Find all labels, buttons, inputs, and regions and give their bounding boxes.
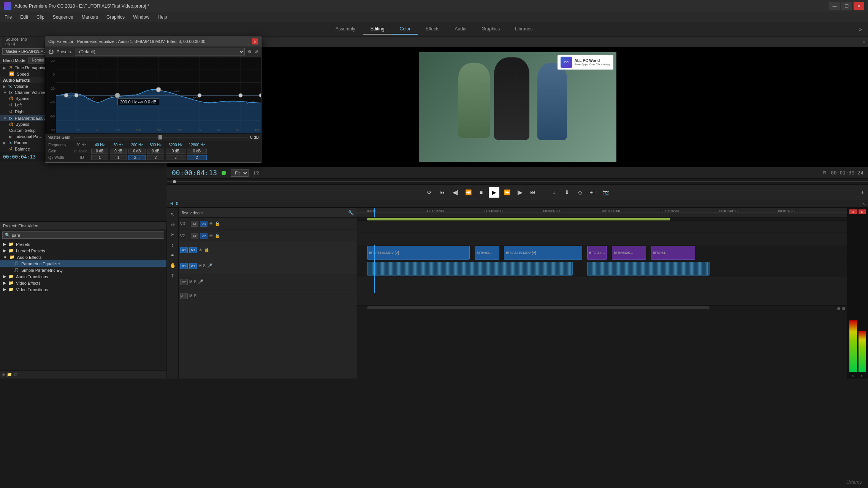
step-fwd-button[interactable]: |▶ [515, 187, 525, 198]
playback-scrubber[interactable] [167, 178, 868, 184]
playback-timecode[interactable]: 00:00:04:13 [172, 169, 217, 177]
v2-eye-icon[interactable]: 👁 [209, 234, 213, 238]
stop-button[interactable]: ■ [476, 187, 486, 198]
v1-lock-icon[interactable]: 🔒 [204, 247, 209, 252]
v1-clip-5[interactable]: BF9A6425… [612, 246, 646, 260]
maximize-button[interactable]: ❐ [841, 2, 852, 10]
tree-item-simple-eq[interactable]: 🎵 Simple Parametric EQ [0, 267, 166, 273]
tree-item-parametric-eq[interactable]: 🎵 Parametric Equalizer [0, 260, 166, 267]
q-4[interactable]: 2 [147, 155, 164, 160]
add-track-button[interactable]: + [861, 189, 864, 196]
v3-lock-icon[interactable]: 🔒 [215, 221, 220, 226]
gain-200[interactable]: 0 dB [128, 149, 146, 154]
scroll-right-icon[interactable] [837, 306, 845, 311]
gain-40[interactable]: 0 dB [91, 149, 108, 154]
master-gain-slider[interactable] [158, 135, 162, 139]
v1-target-button[interactable]: V1 [189, 247, 197, 253]
gain-800[interactable]: 0 dB [147, 149, 164, 154]
a1-patch-button[interactable]: A1 [180, 263, 188, 269]
fast-forward-button[interactable]: ⏩ [502, 187, 512, 198]
window-controls[interactable]: — ❐ ✕ [829, 2, 864, 10]
a2-mic-icon[interactable]: 🎤 [198, 279, 203, 284]
panel-menu-icon[interactable]: ≡ [2, 372, 5, 377]
q-2[interactable]: 1 [110, 155, 127, 160]
v1-eye-icon[interactable]: 👁 [198, 248, 203, 252]
a1-m-button[interactable]: M [198, 264, 201, 268]
a3-s-button[interactable]: S [194, 294, 196, 298]
new-item-icon[interactable]: □ [14, 372, 17, 377]
add-to-seq-button[interactable]: +□ [588, 187, 598, 198]
tree-item-audio-effects[interactable]: ▼ 📁 Audio Effects [0, 254, 166, 260]
more-workspaces-icon[interactable]: » [859, 26, 862, 32]
menu-sequence[interactable]: Sequence [51, 14, 75, 21]
a1-target-button[interactable]: A1 [189, 263, 197, 269]
tab-assembly[interactable]: Assembly [328, 24, 363, 35]
hand-tool[interactable]: ✋ [168, 261, 177, 270]
v1-clip-6[interactable]: BF9A64… [651, 246, 695, 260]
rate-stretch-tool[interactable]: ↕ [168, 240, 177, 249]
menu-graphics[interactable]: Graphics [105, 14, 126, 21]
overwrite-button[interactable]: ⬇ [562, 187, 572, 198]
eq-power-button[interactable]: ⏻ [48, 49, 54, 55]
search-input[interactable] [12, 233, 57, 238]
menu-clip[interactable]: Clip [35, 14, 46, 21]
fwd-to-out-button[interactable]: ⏭ [527, 187, 538, 198]
razor-tool[interactable]: ✂ [168, 230, 177, 239]
timeline-settings-icon[interactable]: 🔧 [348, 210, 354, 215]
insert-button[interactable]: ↓ [549, 187, 559, 198]
minimize-button[interactable]: — [829, 2, 840, 10]
v2-lock-icon[interactable]: 🔒 [215, 233, 220, 238]
ripple-edit-tool[interactable]: ⇔ [168, 220, 177, 229]
v1-patch-button[interactable]: V1 [180, 247, 188, 253]
tab-effects[interactable]: Effects [418, 24, 447, 35]
play-button[interactable]: ▶ [489, 187, 499, 198]
eq-close-button[interactable]: ✕ [252, 38, 258, 44]
add-marker-button[interactable]: ◇ [575, 187, 585, 198]
pen-tool[interactable]: ✒ [168, 250, 177, 260]
q-6[interactable]: 2 [187, 155, 207, 160]
a1-clip-2[interactable] [587, 262, 710, 276]
h-scrollbar-thumb[interactable] [367, 306, 710, 309]
a2-m-button[interactable]: M [189, 280, 192, 284]
v1-clip-1[interactable]: BF9A6419.MOV [V] [367, 246, 470, 260]
v1-clip-3[interactable]: BF9A6419.MOV [V] [504, 246, 582, 260]
a3-m-button[interactable]: M [189, 294, 192, 298]
step-back-button[interactable]: ◀| [450, 187, 461, 198]
a2-s-button[interactable]: S [194, 280, 196, 284]
v2-sync[interactable]: V2 [200, 233, 207, 239]
v3-sync[interactable]: V3 [200, 221, 207, 227]
preset-selector[interactable]: (Default) [75, 48, 245, 55]
selection-tool[interactable]: ↖ [168, 209, 177, 219]
export-frame-button[interactable]: 📷 [600, 187, 611, 198]
tab-color[interactable]: Color [392, 24, 418, 35]
tab-libraries[interactable]: Libraries [507, 24, 540, 35]
menu-file[interactable]: File [3, 14, 13, 21]
back-to-in-button[interactable]: ⏮ [437, 187, 448, 198]
tree-item-lumetri[interactable]: ▶ 📁 Lumetri Presets [0, 247, 166, 254]
gain-3200[interactable]: 0 dB [166, 149, 185, 154]
scrubber-handle[interactable] [173, 180, 176, 183]
tree-item-audio-transitions[interactable]: ▶ 📁 Audio Transitions [0, 273, 166, 280]
program-menu-icon[interactable]: ≡ [863, 40, 865, 44]
work-area-indicator[interactable] [367, 218, 671, 220]
menu-markers[interactable]: Markers [80, 14, 100, 21]
a1-clip-1[interactable] [367, 262, 573, 276]
tab-audio[interactable]: Audio [447, 24, 474, 35]
tab-graphics[interactable]: Graphics [474, 24, 507, 35]
v1-clip-2[interactable]: BF9A64… [475, 246, 499, 260]
tree-item-video-effects[interactable]: ▶ 📁 Video Effects [0, 280, 166, 286]
loop-button[interactable]: ⟳ [424, 187, 435, 198]
work-area-bar[interactable] [357, 218, 847, 221]
tab-editing[interactable]: Editing [363, 24, 392, 35]
v1-clip-4[interactable]: BF9A64… [587, 246, 607, 260]
q-1[interactable]: 1 [91, 155, 108, 160]
close-button[interactable]: ✕ [854, 2, 864, 10]
tree-item-presets[interactable]: ▶ 📁 Presets [0, 241, 166, 247]
eq-reset-icon[interactable]: ↺ [255, 49, 258, 54]
q-3[interactable]: 2… [128, 155, 146, 160]
eq-settings-icon[interactable]: ⚙ [248, 49, 252, 54]
v3-eye-icon[interactable]: 👁 [209, 222, 213, 226]
timeline-scrollbar-h[interactable] [357, 305, 847, 310]
gain-12800[interactable]: 0 dB [187, 149, 207, 154]
tree-item-video-transitions[interactable]: ▶ 📁 Video Transitions [0, 286, 166, 293]
